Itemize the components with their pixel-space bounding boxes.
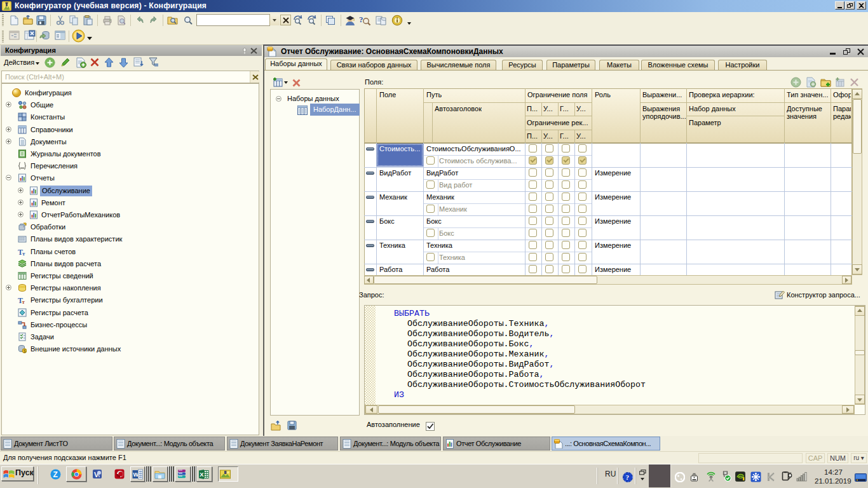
svg-text:?: ?: [359, 15, 363, 24]
svg-text:?: ?: [626, 473, 630, 481]
svg-text:т: т: [22, 250, 25, 257]
svg-text:X: X: [200, 471, 204, 478]
svg-text:т: т: [22, 299, 25, 305]
svg-text:$: $: [24, 349, 26, 353]
svg-text:Z: Z: [53, 470, 58, 479]
